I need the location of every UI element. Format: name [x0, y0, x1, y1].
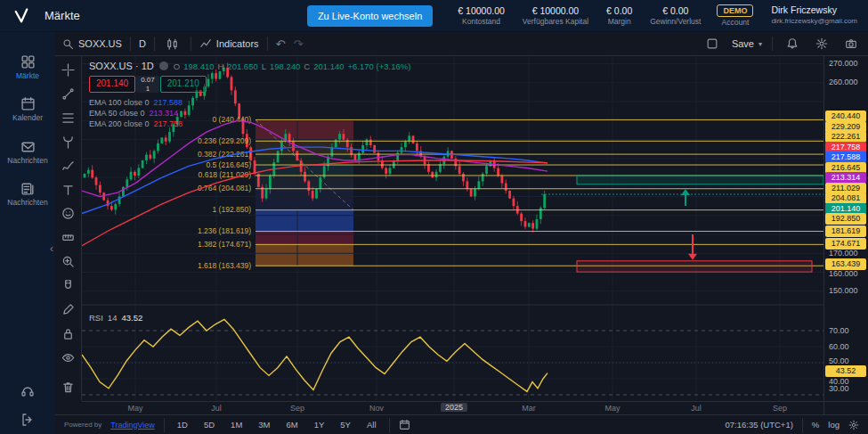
- sidebar-item-news-feed[interactable]: Nachrichten: [0, 173, 55, 215]
- sidebar-item-calendar[interactable]: Kalender: [0, 88, 55, 130]
- time-axis-label: Sep: [290, 404, 304, 413]
- chart-plot-area[interactable]: 0 (240.440)0.236 (229.209)0.382 (222.261…: [82, 56, 823, 401]
- pitchfork-icon[interactable]: [59, 133, 78, 151]
- stat-margin: € 0.00 Margin: [606, 5, 632, 27]
- user-menu[interactable]: Dirk Friczewsky dirk.friczewsky@gmail.co…: [771, 4, 857, 26]
- spread-qty[interactable]: 0.07 1: [136, 76, 159, 93]
- chart-legend: SOXX.US · 1D O 198.410 H 201.650 L 198.2…: [89, 61, 410, 128]
- interval-selector[interactable]: D: [139, 38, 146, 49]
- camera-snapshot-icon[interactable]: [841, 35, 861, 53]
- time-axis-label: Jul: [691, 404, 702, 413]
- svg-text:0.764 (204.081): 0.764 (204.081): [198, 184, 251, 192]
- alert-icon[interactable]: [783, 35, 802, 53]
- sidebar-item-label: Kalender: [12, 114, 43, 122]
- svg-text:1.382 (174.671): 1.382 (174.671): [198, 240, 251, 249]
- undo-icon[interactable]: ↶: [276, 37, 286, 51]
- trend-line-icon[interactable]: [59, 85, 78, 103]
- support-icon[interactable]: [20, 384, 35, 398]
- axis-settings-gear-icon[interactable]: [848, 420, 859, 430]
- svg-text:0.5 (216.645): 0.5 (216.645): [206, 160, 251, 169]
- chart-style-candles-icon[interactable]: [163, 35, 183, 53]
- range-3m-button[interactable]: 3M: [255, 418, 273, 431]
- buy-button[interactable]: 201.210: [160, 76, 207, 93]
- range-1m-button[interactable]: 1M: [227, 418, 246, 431]
- chevron-down-icon: ▾: [758, 40, 762, 48]
- stat-available-label: Verfügbares Kapital: [523, 17, 588, 27]
- stat-balance: € 10000.00 Kontostand: [458, 5, 505, 27]
- fib-retracement-icon[interactable]: [59, 109, 78, 127]
- tradingview-link[interactable]: TradingView: [110, 421, 155, 430]
- log-scale-button[interactable]: log: [828, 420, 840, 430]
- price-axis-tick: 150.000: [826, 285, 858, 297]
- redo-icon[interactable]: ↷: [293, 37, 303, 51]
- time-axis-label: Nov: [369, 404, 384, 413]
- price-axis-tick: 160.000: [826, 268, 858, 280]
- range-6m-button[interactable]: 6M: [283, 418, 302, 431]
- emoji-icon[interactable]: [59, 205, 78, 224]
- magnet-icon[interactable]: [59, 276, 78, 295]
- drawing-toolbar: [55, 56, 82, 401]
- low-value: 198.240: [270, 61, 300, 71]
- text-tool-icon[interactable]: [59, 181, 78, 200]
- time-axis-label: May: [604, 404, 620, 413]
- spread-value: 0.07: [141, 76, 155, 85]
- collapse-panel-chevron-icon[interactable]: ‹: [50, 242, 53, 255]
- range-5y-button[interactable]: 5Y: [337, 418, 354, 431]
- axis-corner: [823, 401, 868, 414]
- percent-scale-button[interactable]: %: [812, 420, 819, 430]
- stat-balance-value: € 10000.00: [458, 5, 505, 17]
- crosshair-icon[interactable]: [59, 61, 78, 79]
- symbol-search[interactable]: SOXX.US: [62, 38, 122, 50]
- stat-margin-value: € 0.00: [606, 5, 632, 17]
- lock-icon[interactable]: [59, 324, 78, 343]
- indicators-button[interactable]: Indicators: [199, 37, 259, 50]
- demo-badge-text: DEMO: [717, 4, 753, 18]
- symbol-logo: [159, 61, 168, 70]
- time-axis-label: Jul: [211, 404, 222, 413]
- range-1d-button[interactable]: 1D: [174, 418, 191, 431]
- low-label: L: [262, 61, 266, 71]
- interval-value: D: [139, 38, 146, 49]
- sidebar-item-news-mail[interactable]: Nachrichten: [0, 131, 55, 173]
- time-axis-label: May: [127, 404, 142, 413]
- range-all-button[interactable]: All: [363, 418, 380, 431]
- stat-available-capital: € 10000.00 Verfügbares Kapital: [523, 5, 588, 27]
- clock-text: 07:16:35 (UTC+1): [726, 420, 793, 430]
- zoom-in-icon[interactable]: [59, 252, 78, 271]
- stat-margin-label: Margin: [608, 17, 631, 27]
- quantity-value: 1: [146, 85, 150, 94]
- time-axis-label: 2025: [441, 403, 467, 412]
- measure-icon[interactable]: [59, 228, 78, 247]
- edit-pencil-icon[interactable]: [59, 300, 78, 319]
- go-to-date-icon[interactable]: [399, 419, 410, 430]
- calendar-icon: [20, 96, 36, 111]
- toolbar-right: Save ▾: [702, 35, 861, 53]
- switch-live-account-button[interactable]: Zu Live-Konto wechseln: [307, 5, 433, 27]
- time-axis[interactable]: MayJulSepNov2025MarMayJulSep: [82, 401, 823, 414]
- settings-gear-icon[interactable]: [812, 35, 831, 53]
- layout-icon[interactable]: [702, 35, 722, 53]
- price-axis-tick: 260.000: [826, 77, 858, 88]
- trash-icon[interactable]: [59, 378, 78, 397]
- toolbar-separator: [130, 37, 131, 51]
- price-axis[interactable]: 270.000260.000240.440229.209222.261217.7…: [823, 56, 868, 401]
- save-button[interactable]: Save ▾: [732, 38, 762, 49]
- demo-badge-sub: Account: [722, 18, 750, 27]
- symbol-search-value: SOXX.US: [78, 38, 122, 49]
- ema-legend: EMA 100 close 0217.588EMA 50 close 0213.…: [89, 98, 410, 128]
- eye-icon[interactable]: [59, 348, 78, 367]
- app-sidebar: Märkte Kalender Nachrichten Nachrichten: [0, 32, 55, 434]
- high-value: 201.650: [227, 61, 257, 71]
- legend-symbol-title: SOXX.US · 1D: [89, 61, 154, 71]
- svg-text:1.236 (181.619): 1.236 (181.619): [198, 226, 251, 235]
- sidebar-item-markets[interactable]: Märkte: [0, 46, 55, 88]
- save-label: Save: [732, 38, 754, 49]
- brush-icon[interactable]: [59, 157, 78, 176]
- range-1y-button[interactable]: 1Y: [311, 418, 329, 431]
- stat-pnl-value: € 0.00: [662, 5, 688, 17]
- range-5d-button[interactable]: 5D: [200, 418, 218, 431]
- sidebar-bottom: [0, 384, 55, 427]
- price-axis-tick: 70.00: [826, 325, 849, 337]
- logout-icon[interactable]: [20, 413, 35, 427]
- sell-button[interactable]: 201.140: [89, 76, 135, 93]
